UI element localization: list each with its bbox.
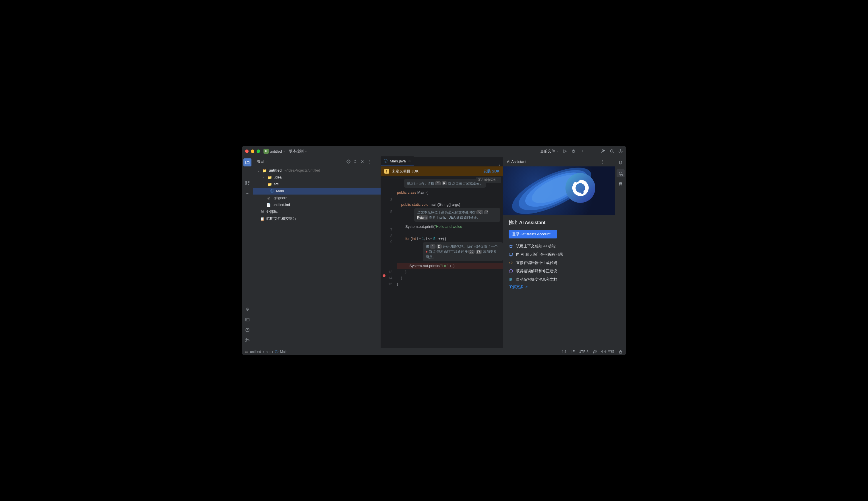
titlebar: U untitled ⌄ 版本控制 ⌄ 当前文件 ⌄ ⋮	[242, 146, 626, 157]
terminal-tool-button[interactable]	[243, 316, 252, 324]
minimize-icon[interactable]: —	[607, 159, 612, 164]
ai-assistant-panel: AI Assistant ⋮ — 推出 AI Assistan	[503, 157, 615, 348]
more-icon[interactable]: ⋮	[367, 159, 371, 164]
svg-point-7	[248, 184, 249, 184]
tree-scratches[interactable]: 📋 临时文件和控制台	[253, 215, 381, 222]
tree-external-libs[interactable]: 🏛 外部库	[253, 208, 381, 215]
line-separator[interactable]: LF	[571, 350, 575, 354]
svg-rect-4	[246, 181, 247, 182]
tree-file-iml[interactable]: 📄 untitled.iml	[253, 201, 381, 208]
debug-icon[interactable]	[571, 149, 576, 153]
project-badge: U	[264, 149, 269, 154]
svg-point-11	[246, 341, 247, 342]
file-icon: ⊘	[266, 196, 271, 200]
search-icon[interactable]	[610, 149, 614, 153]
indexing-label: 正在编制索引...	[476, 177, 501, 183]
svg-point-13	[347, 160, 350, 163]
close-icon[interactable]	[360, 159, 364, 164]
svg-point-0	[573, 150, 574, 152]
run-hint: 要运行代码，请按 ⌃ R 或 点击装订区域图标。	[404, 179, 486, 188]
svg-point-3	[620, 151, 621, 152]
notifications-button[interactable]	[616, 158, 625, 167]
maximize-icon[interactable]	[257, 149, 260, 153]
folder-icon: 📁	[262, 168, 267, 173]
file-icon: 📄	[266, 203, 271, 207]
close-tab-icon[interactable]: ✕	[408, 159, 411, 163]
problems-tool-button[interactable]	[243, 326, 252, 334]
ai-feature-item: 直接在编辑器中生成代码	[509, 260, 609, 265]
project-tool-button[interactable]	[243, 158, 252, 167]
project-name: untitled	[270, 149, 282, 153]
class-icon: Ⓒ	[384, 158, 388, 163]
encoding[interactable]: UTF-8	[579, 350, 589, 354]
target-icon[interactable]	[346, 159, 351, 164]
indent[interactable]: 4 个空格	[601, 349, 614, 354]
tree-file-main[interactable]: Ⓒ Main	[253, 188, 381, 194]
library-icon: 🏛	[260, 210, 265, 214]
external-icon: ↗	[525, 285, 528, 289]
feature-icon	[509, 244, 513, 248]
minimize-icon[interactable]	[251, 149, 254, 153]
svg-point-1	[602, 150, 604, 151]
editor-more-icon[interactable]: ⋮	[495, 162, 503, 166]
svg-rect-5	[248, 181, 249, 182]
status-bar: ▭untitled ›src ›ⒸMain 1:1 LF UTF-8 4 个空格	[242, 348, 626, 355]
class-icon: Ⓒ	[270, 189, 274, 193]
learn-more-link[interactable]: 了解更多 ↗	[509, 284, 528, 289]
chevron-down-icon[interactable]: ⌄	[266, 160, 268, 163]
more-icon[interactable]: ⋮	[580, 149, 584, 153]
services-tool-button[interactable]	[243, 305, 252, 313]
settings-icon[interactable]	[618, 149, 623, 153]
chevron-down-icon: ⌄	[283, 150, 285, 153]
feature-icon	[509, 260, 513, 265]
warning-icon: !	[384, 169, 389, 174]
run-icon[interactable]	[563, 149, 567, 153]
gutter[interactable]: 35789131415	[381, 176, 395, 348]
breadcrumb[interactable]: ▭untitled ›src ›ⒸMain	[245, 349, 288, 354]
editor-area: Ⓒ Main.java ✕ ⋮ ! 未定义项目 JDK 安装 SDK 正在编制索…	[381, 157, 503, 348]
svg-point-14	[348, 161, 349, 162]
more-icon[interactable]: ⋮	[600, 159, 604, 164]
svg-point-19	[565, 173, 595, 203]
structure-tool-button[interactable]	[243, 179, 252, 187]
tree-folder-idea[interactable]: ›📁.idea	[253, 174, 381, 181]
ai-tool-button[interactable]	[616, 169, 625, 177]
ai-feature-item: 自动编写提交消息和文档	[509, 277, 609, 282]
svg-point-2	[611, 150, 613, 152]
current-file-menu[interactable]: 当前文件 ⌄	[540, 149, 559, 154]
code-editor[interactable]: 正在编制索引... 35789131415 要运行代码，请按 ⌃ R 或 点击装…	[381, 176, 503, 348]
left-toolbar: ⋯	[242, 157, 253, 348]
editor-tab[interactable]: Ⓒ Main.java ✕	[381, 156, 414, 166]
more-tool-button[interactable]: ⋯	[243, 189, 252, 198]
project-selector[interactable]: U untitled ⌄	[264, 149, 285, 154]
jdk-banner: ! 未定义项目 JDK 安装 SDK	[381, 167, 503, 176]
expand-icon[interactable]	[353, 159, 358, 164]
database-tool-button[interactable]	[616, 180, 625, 188]
ai-feature-item: 向 AI 聊天询问任何编程问题	[509, 252, 609, 257]
svg-rect-6	[246, 184, 247, 185]
banner-text: 未定义项目 JDK	[392, 169, 419, 174]
breakpoint-icon[interactable]	[383, 274, 385, 277]
svg-point-22	[619, 182, 622, 184]
panel-title: 项目	[257, 159, 264, 164]
right-toolbar	[615, 157, 626, 348]
project-tree[interactable]: ⌄📁 untitled ~/IdeaProjects/untitled ›📁.i…	[253, 167, 381, 348]
install-sdk-link[interactable]: 安装 SDK	[483, 169, 499, 174]
scratch-icon: 📋	[260, 216, 265, 221]
login-button[interactable]: 登录 JetBrains Account...	[509, 230, 557, 238]
vcs-menu[interactable]: 版本控制 ⌄	[289, 149, 307, 154]
feature-icon	[509, 269, 513, 274]
tree-file-gitignore[interactable]: ⊘ .gitignore	[253, 194, 381, 201]
close-icon[interactable]	[245, 149, 248, 153]
collab-icon[interactable]	[601, 149, 606, 153]
cursor-position[interactable]: 1:1	[562, 350, 567, 354]
lock-icon[interactable]	[618, 350, 623, 354]
ai-title: AI Assistant	[507, 160, 527, 164]
readonly-icon[interactable]	[592, 350, 597, 354]
git-tool-button[interactable]	[243, 336, 252, 344]
tree-folder-src[interactable]: ⌄📁src	[253, 181, 381, 188]
window-controls	[245, 149, 260, 153]
minimize-icon[interactable]: —	[374, 159, 378, 164]
tree-root[interactable]: ⌄📁 untitled ~/IdeaProjects/untitled	[253, 167, 381, 174]
svg-rect-23	[620, 352, 622, 353]
